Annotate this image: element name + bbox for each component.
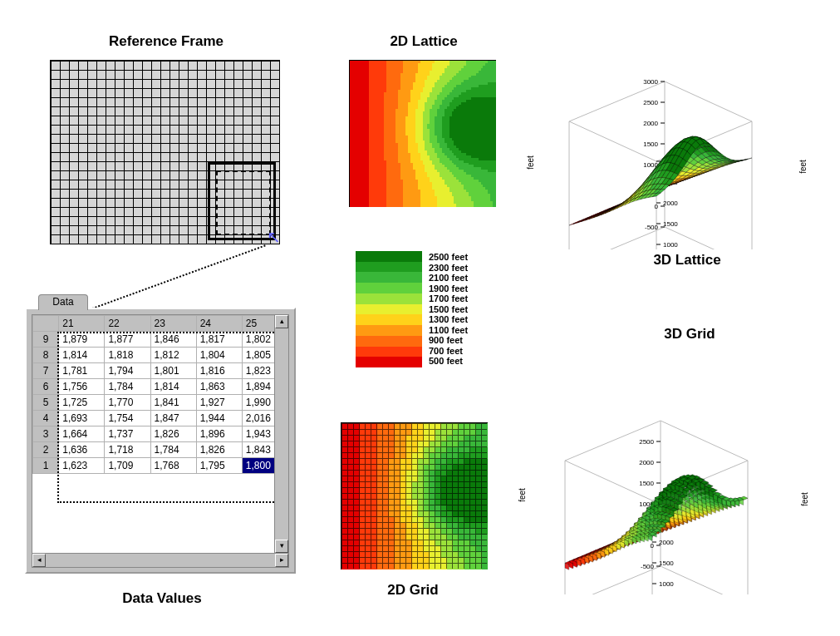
data-cell[interactable]: 1,794 [105, 363, 150, 379]
data-cell[interactable]: 1,817 [196, 332, 242, 348]
legend-label: 700 feet [429, 346, 468, 357]
svg-text:0: 0 [655, 203, 659, 210]
data-panel: Data 2122232425 91,8791,8771,8461,8171,8… [25, 308, 296, 574]
data-cell[interactable]: 1,756 [59, 379, 105, 395]
data-cell[interactable]: 1,801 [150, 363, 196, 379]
data-cell[interactable]: 1,725 [59, 395, 105, 411]
col-header[interactable]: 23 [150, 316, 196, 332]
legend-label: 1500 feet [429, 304, 468, 315]
data-cell[interactable]: 1,784 [150, 442, 196, 458]
data-cell[interactable]: 1,896 [196, 426, 242, 442]
data-cell[interactable]: 1,693 [59, 411, 105, 426]
data-cell[interactable]: 1,826 [150, 426, 196, 442]
row-header[interactable]: 3 [33, 426, 59, 442]
row-header[interactable]: 8 [33, 348, 59, 363]
data-cell[interactable]: 1,664 [59, 426, 105, 442]
reference-frame-title: Reference Frame [87, 33, 245, 50]
svg-text:1500: 1500 [643, 141, 658, 148]
data-tab[interactable]: Data [38, 294, 88, 310]
col-header[interactable]: 24 [196, 316, 242, 332]
selection-dashed [216, 170, 271, 235]
legend-labels: 2500 feet2300 feet2100 feet1900 feet1700… [429, 252, 468, 367]
data-cell[interactable]: 1,816 [196, 363, 242, 379]
data-cell[interactable]: 1,781 [59, 363, 105, 379]
row-header[interactable]: 1 [33, 458, 59, 474]
svg-text:-500: -500 [645, 224, 659, 231]
svg-text:1500: 1500 [659, 560, 674, 567]
data-cell[interactable]: 1,944 [196, 411, 242, 426]
data-cell[interactable]: 1,841 [150, 395, 196, 411]
legend-label: 1700 feet [429, 293, 468, 304]
svg-text:2500: 2500 [639, 438, 654, 446]
data-table-scroll[interactable]: 2122232425 91,8791,8771,8461,8171,80281,… [32, 314, 289, 554]
scroll-up-icon[interactable]: ▴ [275, 315, 288, 328]
legend-label: 900 feet [429, 335, 468, 346]
data-cell[interactable]: 1,847 [150, 411, 196, 426]
data-table: 2122232425 91,8791,8771,8461,8171,80281,… [32, 315, 288, 474]
legend-swatch [356, 357, 422, 367]
legend-label: 1300 feet [429, 314, 468, 325]
lattice3d-zlabel-left: feet [526, 155, 535, 170]
legend-swatch [356, 262, 422, 273]
grid3d-zlabel-left: feet [518, 488, 527, 502]
data-cell[interactable]: 1,812 [150, 348, 196, 363]
data-cell[interactable]: 1,863 [196, 379, 242, 395]
data-cell[interactable]: 1,826 [196, 442, 242, 458]
data-cell[interactable]: 1,927 [196, 395, 242, 411]
legend-label: 1100 feet [429, 325, 468, 336]
legend-swatch [356, 272, 422, 283]
data-cell[interactable]: 1,795 [196, 458, 242, 474]
data-cell[interactable]: 1,879 [59, 332, 105, 348]
legend-swatch [356, 304, 422, 315]
data-cell[interactable]: 1,784 [105, 379, 150, 395]
data-cell[interactable]: 1,718 [105, 442, 150, 458]
svg-text:2000: 2000 [659, 539, 674, 546]
row-header[interactable]: 6 [33, 379, 59, 395]
row-header[interactable]: 2 [33, 442, 59, 458]
vertical-scrollbar[interactable]: ▴ ▾ [274, 314, 289, 554]
color-legend: 2500 feet2300 feet2100 feet1900 feet1700… [356, 251, 468, 367]
scroll-right-icon[interactable]: ▸ [275, 554, 288, 567]
legend-swatch [356, 283, 422, 293]
svg-text:2500: 2500 [643, 99, 658, 106]
data-cell[interactable]: 1,709 [105, 458, 150, 474]
row-header[interactable]: 4 [33, 411, 59, 426]
legend-label: 500 feet [429, 356, 468, 367]
col-header[interactable]: 21 [59, 316, 105, 332]
row-header[interactable]: 7 [33, 363, 59, 379]
data-cell[interactable]: 1,846 [150, 332, 196, 348]
row-header[interactable]: 5 [33, 395, 59, 411]
reference-frame: ↖ [50, 60, 280, 244]
data-cell[interactable]: 1,804 [196, 348, 242, 363]
svg-text:1500: 1500 [663, 220, 678, 228]
svg-text:2000: 2000 [639, 459, 654, 466]
svg-text:1000: 1000 [659, 580, 674, 588]
grid2d-chart [341, 422, 488, 569]
data-cell[interactable]: 1,877 [105, 332, 150, 348]
lattice2d-chart [349, 60, 496, 207]
row-header[interactable]: 9 [33, 332, 59, 348]
data-cell[interactable]: 1,768 [150, 458, 196, 474]
svg-text:1500: 1500 [639, 480, 654, 487]
scroll-left-icon[interactable]: ◂ [32, 554, 46, 567]
data-cell[interactable]: 1,623 [59, 458, 105, 474]
data-cell[interactable]: 1,770 [105, 395, 150, 411]
col-header[interactable]: 22 [105, 316, 150, 332]
svg-text:0: 0 [651, 542, 655, 550]
data-cell[interactable]: 1,636 [59, 442, 105, 458]
scroll-down-icon[interactable]: ▾ [275, 540, 288, 553]
data-cell[interactable]: 1,814 [59, 348, 105, 363]
data-cell[interactable]: 1,737 [105, 426, 150, 442]
grid2d-gridlines [341, 423, 487, 569]
data-cell[interactable]: 1,754 [105, 411, 150, 426]
legend-swatch [356, 293, 422, 304]
legend-label: 2100 feet [429, 273, 468, 283]
data-cell[interactable]: 1,818 [105, 348, 150, 363]
grid3d-zlabel-right: feet [800, 492, 809, 506]
horizontal-scrollbar[interactable]: ◂ ▸ [32, 553, 289, 568]
data-cell[interactable]: 1,814 [150, 379, 196, 395]
svg-text:3000: 3000 [643, 78, 658, 86]
grid3d-title: 3D Grid [640, 326, 739, 343]
legend-label: 1900 feet [429, 283, 468, 294]
legend-label: 2300 feet [429, 263, 468, 274]
